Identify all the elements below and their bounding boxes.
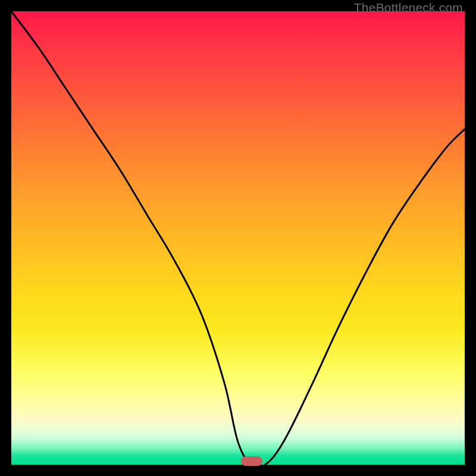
bottleneck-curve — [11, 11, 465, 468]
chart-container: TheBottleneck.com — [0, 0, 476, 476]
optimum-marker — [241, 456, 262, 466]
curve-svg — [11, 11, 465, 465]
plot-area — [11, 11, 465, 465]
